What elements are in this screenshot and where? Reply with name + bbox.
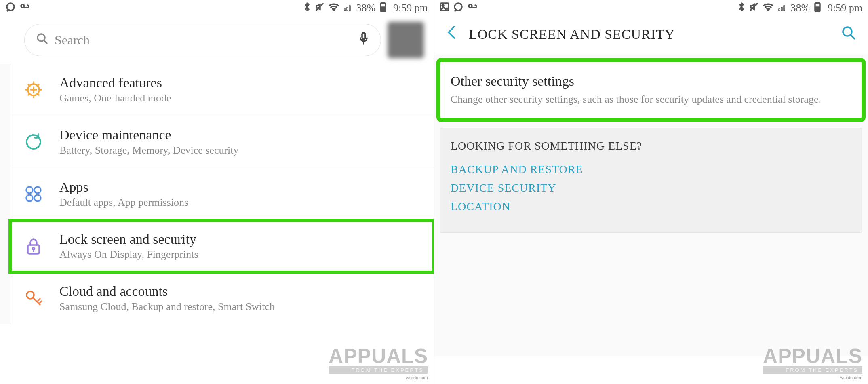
search-placeholder: Search [55, 33, 358, 48]
watermark: APPUALS FROM THE EXPERTS wsxdn.com [329, 344, 428, 380]
item-subtitle: Always On Display, Fingerprints [59, 249, 198, 261]
watermark-tagline: FROM THE EXPERTS [763, 366, 862, 374]
lock-icon [22, 235, 45, 257]
item-title: Cloud and accounts [59, 284, 275, 299]
signal-icon [777, 2, 786, 14]
plus-gear-icon [22, 78, 45, 101]
link-location[interactable]: LOCATION [451, 200, 851, 213]
svg-point-25 [843, 27, 852, 36]
looking-for-something-else: LOOKING FOR SOMETHING ELSE? BACKUP AND R… [440, 128, 862, 233]
svg-rect-24 [816, 7, 819, 11]
weather-icon [19, 2, 30, 14]
item-device-maintenance[interactable]: Device maintenance Battery, Storage, Mem… [10, 116, 434, 168]
avatar[interactable] [388, 22, 424, 58]
watermark-source: wsxdn.com [763, 375, 862, 380]
item-title: Device maintenance [59, 127, 239, 143]
signal-icon [343, 2, 352, 14]
screen-header: LOCK SCREEN AND SECURITY [434, 16, 868, 53]
back-button[interactable] [446, 24, 457, 44]
watermark-brand: APPUALS [329, 344, 428, 368]
svg-point-2 [333, 10, 335, 11]
link-backup-restore[interactable]: BACKUP AND RESTORE [451, 163, 851, 176]
item-other-security-settings[interactable]: Other security settings Change other sec… [440, 61, 862, 119]
item-subtitle: Default apps, App permissions [59, 196, 188, 209]
svg-rect-7 [362, 33, 365, 39]
mic-icon[interactable] [358, 32, 369, 49]
lock-screen-security-screen: 38% 9:59 pm LOCK SCREEN AND SECURITY Oth… [434, 0, 868, 384]
item-apps[interactable]: Apps Default apps, App permissions [10, 168, 434, 220]
item-subtitle: Battery, Storage, Memory, Device securit… [59, 144, 239, 156]
mute-icon [315, 2, 324, 14]
svg-point-10 [26, 187, 33, 193]
svg-point-12 [26, 195, 33, 201]
item-advanced-features[interactable]: Advanced features Games, One-handed mode [10, 64, 434, 116]
status-bar: 38% 9:59 pm [434, 0, 868, 16]
search-icon [36, 32, 48, 48]
settings-list: Advanced features Games, One-handed mode… [0, 64, 434, 324]
card-title: Other security settings [451, 74, 851, 89]
whatsapp-icon [453, 2, 463, 14]
status-bar: 38% 9:59 pm [0, 0, 434, 16]
mute-icon [749, 2, 759, 14]
refresh-icon [22, 131, 45, 153]
search-row: Search [0, 16, 434, 64]
svg-point-11 [34, 187, 41, 193]
battery-icon [379, 2, 387, 15]
watermark-tagline: FROM THE EXPERTS [329, 366, 428, 374]
watermark-source: wsxdn.com [329, 375, 428, 380]
whatsapp-icon [6, 2, 15, 14]
weather-icon [467, 2, 478, 14]
bluetooth-icon [303, 2, 311, 14]
header-search-button[interactable] [841, 25, 856, 44]
svg-point-13 [34, 195, 41, 201]
else-heading: LOOKING FOR SOMETHING ELSE? [451, 139, 851, 152]
item-subtitle: Samsung Cloud, Backup and restore, Smart… [59, 301, 275, 313]
clock-time: 9:59 pm [393, 2, 428, 14]
item-lock-screen-security[interactable]: Lock screen and security Always On Displ… [10, 220, 434, 272]
search-input[interactable]: Search [24, 24, 381, 56]
wifi-icon [763, 2, 773, 14]
item-title: Apps [59, 179, 188, 195]
svg-rect-23 [816, 2, 819, 3]
clock-time: 9:59 pm [828, 2, 862, 14]
item-cloud-accounts[interactable]: Cloud and accounts Samsung Cloud, Backup… [10, 272, 434, 324]
item-title: Lock screen and security [59, 232, 198, 247]
battery-percent: 38% [356, 2, 375, 14]
header-title: LOCK SCREEN AND SECURITY [469, 27, 829, 42]
battery-icon [814, 2, 821, 15]
key-icon [22, 287, 45, 310]
svg-rect-4 [382, 2, 384, 3]
item-title: Advanced features [59, 75, 171, 91]
item-subtitle: Games, One-handed mode [59, 92, 171, 104]
battery-percent: 38% [790, 2, 810, 14]
image-icon [440, 2, 449, 14]
svg-rect-5 [381, 7, 385, 11]
bluetooth-icon [738, 2, 745, 14]
card-desc: Change other security settings, such as … [451, 92, 851, 106]
link-device-security[interactable]: DEVICE SECURITY [451, 181, 851, 194]
svg-point-21 [768, 10, 769, 11]
settings-main-screen: 38% 9:59 pm Search Advanced features [0, 0, 434, 384]
svg-point-18 [442, 5, 444, 6]
wifi-icon [329, 2, 339, 14]
apps-grid-icon [22, 183, 45, 205]
